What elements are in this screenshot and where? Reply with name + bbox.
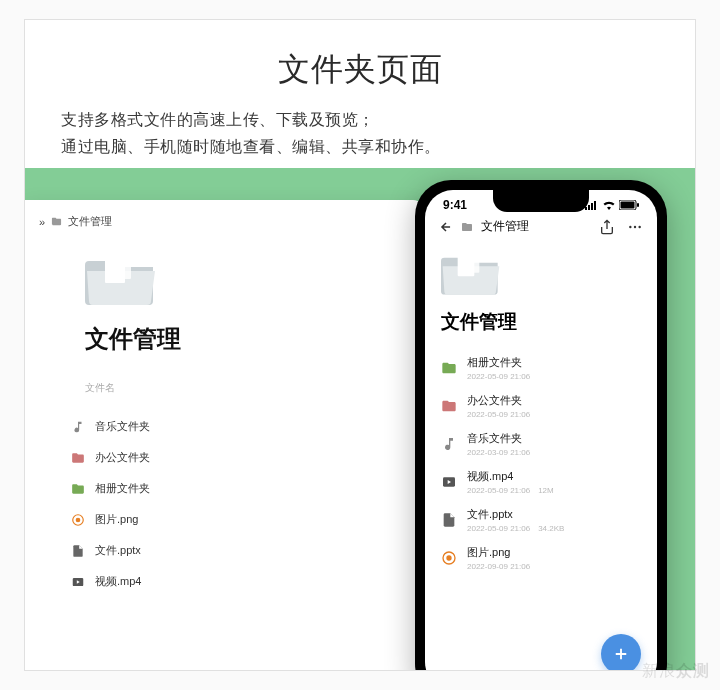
file-row[interactable]: 相册文件夹2022-05-09 21:06: [441, 349, 641, 387]
file-name: 办公文件夹: [467, 393, 530, 408]
file-row[interactable]: 图片.png: [71, 504, 403, 535]
back-icon[interactable]: [439, 220, 453, 234]
svg-point-14: [638, 226, 640, 228]
plus-icon: [612, 645, 630, 663]
folder-icon: [461, 221, 473, 233]
file-name: 文件.pptx: [467, 507, 564, 522]
video-icon: [71, 575, 85, 589]
notch: [493, 190, 589, 212]
status-time: 9:41: [443, 198, 467, 212]
battery-icon: [619, 200, 639, 210]
file-row[interactable]: 音乐文件夹: [71, 411, 403, 442]
music-icon: [441, 436, 457, 452]
album-icon: [71, 482, 85, 496]
file-name: 图片.png: [95, 512, 138, 527]
breadcrumb-label: 文件管理: [68, 214, 112, 229]
svg-point-13: [634, 226, 636, 228]
phone-body: 文件管理 相册文件夹2022-05-09 21:06办公文件夹2022-05-0…: [425, 243, 657, 670]
svg-point-12: [629, 226, 631, 228]
share-icon[interactable]: [599, 219, 615, 235]
svg-rect-1: [111, 253, 131, 279]
phone-screen: 9:41 文件管理: [425, 190, 657, 670]
file-name: 音乐文件夹: [467, 431, 530, 446]
nav-title: 文件管理: [481, 218, 529, 235]
status-icons: [585, 200, 639, 210]
desktop-title: 文件管理: [85, 323, 403, 355]
file-row[interactable]: 文件.pptx: [71, 535, 403, 566]
office-icon: [441, 398, 457, 414]
svg-rect-11: [637, 203, 639, 207]
file-meta: 2022-05-09 21:06: [467, 410, 530, 419]
file-row[interactable]: 音乐文件夹2022-03-09 21:06: [441, 425, 641, 463]
file-meta: 2022-09-09 21:06: [467, 562, 530, 571]
folder-icon: [51, 216, 62, 227]
file-row[interactable]: 相册文件夹: [71, 473, 403, 504]
chevron-right-icon: »: [39, 216, 45, 228]
page-title: 文件夹页面: [61, 48, 659, 92]
svg-point-19: [447, 556, 451, 560]
desc-line-2: 通过电脑、手机随时随地查看、编辑、共享和协作。: [61, 133, 659, 160]
wifi-icon: [602, 200, 616, 210]
album-icon: [441, 360, 457, 376]
svg-rect-6: [588, 205, 590, 210]
file-name: 相册文件夹: [467, 355, 530, 370]
phone-frame: 9:41 文件管理: [415, 180, 667, 670]
folder-illustration: [85, 251, 157, 305]
file-row[interactable]: 办公文件夹2022-05-09 21:06: [441, 387, 641, 425]
file-row[interactable]: 办公文件夹: [71, 442, 403, 473]
doc-icon: [71, 544, 85, 558]
file-name: 文件.pptx: [95, 543, 141, 558]
office-icon: [71, 451, 85, 465]
breadcrumb[interactable]: » 文件管理: [39, 214, 403, 229]
svg-rect-16: [463, 252, 480, 274]
phone-file-list: 相册文件夹2022-05-09 21:06办公文件夹2022-05-09 21:…: [441, 349, 641, 577]
file-row[interactable]: 视频.mp42022-05-09 21:0612M: [441, 463, 641, 501]
file-row[interactable]: 视频.mp4: [71, 566, 403, 597]
image-icon: [441, 550, 457, 566]
image-icon: [71, 513, 85, 527]
svg-rect-10: [621, 202, 635, 209]
desc-line-1: 支持多格式文件的高速上传、下载及预览；: [61, 106, 659, 133]
file-list: 音乐文件夹办公文件夹相册文件夹图片.png文件.pptx视频.mp4: [71, 411, 403, 597]
file-meta: 2022-05-09 21:0634.2KB: [467, 524, 564, 533]
svg-rect-7: [591, 203, 593, 210]
svg-point-3: [76, 518, 80, 522]
file-name: 视频.mp4: [95, 574, 141, 589]
more-icon[interactable]: [627, 219, 643, 235]
file-row[interactable]: 图片.png2022-09-09 21:06: [441, 539, 641, 577]
video-icon: [441, 474, 457, 490]
column-header: 文件名: [85, 381, 403, 401]
file-meta: 2022-05-09 21:06: [467, 372, 530, 381]
file-name: 办公文件夹: [95, 450, 150, 465]
description: 支持多格式文件的高速上传、下载及预览； 通过电脑、手机随时随地查看、编辑、共享和…: [61, 106, 659, 160]
add-button[interactable]: [601, 634, 641, 670]
nav-bar: 文件管理: [425, 214, 657, 243]
stage: » 文件管理 文件管理 文件名 音乐文件夹办公文件夹相册文件夹图片.png文件.…: [25, 168, 695, 670]
file-meta: 2022-05-09 21:0612M: [467, 486, 554, 495]
file-name: 视频.mp4: [467, 469, 554, 484]
file-name: 图片.png: [467, 545, 530, 560]
desktop-window: » 文件管理 文件管理 文件名 音乐文件夹办公文件夹相册文件夹图片.png文件.…: [25, 200, 425, 670]
svg-rect-8: [594, 201, 596, 210]
watermark: 新浪众测: [642, 661, 710, 682]
file-meta: 2022-03-09 21:06: [467, 448, 530, 457]
file-name: 音乐文件夹: [95, 419, 150, 434]
doc-icon: [441, 512, 457, 528]
file-row[interactable]: 文件.pptx2022-05-09 21:0634.2KB: [441, 501, 641, 539]
folder-illustration: [441, 249, 501, 295]
music-icon: [71, 420, 85, 434]
file-name: 相册文件夹: [95, 481, 150, 496]
header: 文件夹页面 支持多格式文件的高速上传、下载及预览； 通过电脑、手机随时随地查看、…: [25, 20, 695, 168]
promo-frame: 文件夹页面 支持多格式文件的高速上传、下载及预览； 通过电脑、手机随时随地查看、…: [24, 19, 696, 671]
phone-title: 文件管理: [441, 309, 641, 335]
